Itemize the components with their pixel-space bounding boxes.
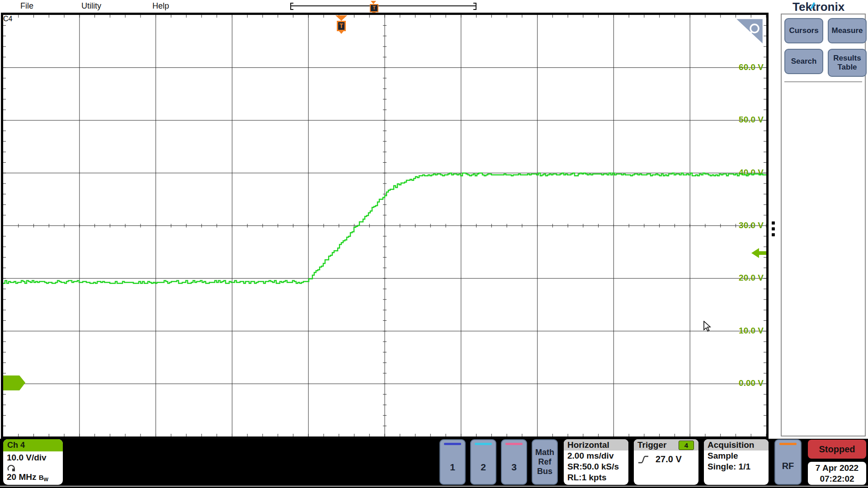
acquisition-status-badge: Stopped [808, 440, 866, 459]
horizontal-value-line: 2.00 ms/div [564, 450, 628, 461]
channel-4-badge-shape [3, 375, 25, 390]
math-ref-bus-label-line: Ref [538, 457, 551, 467]
zoom-triangle [735, 19, 763, 45]
bottom-divider [0, 486, 868, 487]
trigger-tip-icon [339, 31, 344, 34]
rf-button[interactable]: RF [774, 439, 802, 485]
time-value: 07:22:02 [820, 474, 854, 484]
math-ref-bus-label-line: Bus [537, 467, 552, 476]
current-probe-icon [7, 464, 16, 472]
panel-drag-handle-dot[interactable] [772, 221, 775, 225]
channel-3-button[interactable]: 3 [501, 439, 527, 485]
bw-letter: B [39, 474, 44, 481]
trigger-position-marker[interactable]: T [337, 15, 347, 34]
trigger-t-icon: T [337, 21, 346, 31]
trigger-arrow-icon [335, 15, 347, 21]
channel-4-scale: 10.0 V/div [3, 451, 63, 463]
horizontal-body: 2.00 ms/divSR:50.0 kS/sRL:1 kpts [564, 450, 628, 483]
trigger-arrow-icon [371, 1, 376, 4]
channel-color-stripe [475, 443, 492, 445]
acquisition-body: SampleSingle: 1/1 [704, 450, 769, 472]
right-toolbar-panel: Cursors Measure Search Results Table [781, 14, 866, 436]
results-table-button[interactable]: Results Table [828, 49, 867, 77]
horizontal-value-line: RL:1 kpts [564, 472, 628, 483]
trigger-t-icon: T [370, 4, 378, 12]
rising-edge-icon [637, 455, 649, 464]
trigger-level-value: 27.0 V [656, 454, 682, 465]
waveform-display: 60.0 V50.0 V40.0 V30.0 V20.0 V10.0 V0.00… [1, 13, 769, 439]
panel-drag-handle-dot[interactable] [772, 233, 775, 236]
horizontal-settings-panel[interactable]: Horizontal 2.00 ms/divSR:50.0 kS/sRL:1 k… [564, 439, 628, 485]
trigger-source-badge: 4 [679, 441, 694, 450]
channel-color-stripe [505, 443, 523, 445]
rf-accent-stripe [779, 443, 797, 445]
menu-file[interactable]: File [20, 1, 33, 11]
math-ref-bus-button[interactable]: MathRefBus [532, 439, 558, 485]
trigger-title: Trigger [637, 440, 666, 450]
menu-bar: File Utility Help [0, 0, 769, 13]
logo-text2: tronix [812, 0, 844, 14]
panel-drag-handle-dot[interactable] [772, 227, 775, 230]
trigger-body: 27.0 V [634, 450, 698, 465]
datetime-readout: 7 Apr 2022 07:22:02 [808, 462, 866, 485]
acquisition-value-line: Single: 1/1 [704, 461, 769, 472]
acquisition-value-line: Sample [704, 450, 769, 461]
ch4-waveform-trace [3, 15, 766, 436]
channel-button-label: 3 [502, 462, 526, 473]
channel-button-label: 1 [440, 462, 465, 473]
acquisition-header: Acquisition [704, 439, 769, 450]
trigger-settings-panel[interactable]: Trigger 4 27.0 V [634, 439, 698, 485]
channel-4-badge[interactable] [3, 375, 25, 390]
record-bar-right-bracket [473, 3, 476, 10]
mouse-cursor [703, 321, 712, 333]
bw-subscript: W [44, 477, 48, 482]
channel-4-bandwidth: 20 MHz BW [3, 472, 63, 485]
menu-help[interactable]: Help [152, 1, 169, 11]
channel-2-button[interactable]: 2 [470, 439, 496, 485]
date-value: 7 Apr 2022 [816, 463, 859, 474]
math-ref-bus-label-line: Math [535, 448, 554, 457]
menu-utility[interactable]: Utility [81, 1, 101, 11]
channel-1-button[interactable]: 1 [439, 439, 466, 485]
record-position-bar [290, 5, 476, 6]
magnifier-handle-icon [745, 32, 751, 38]
channel-color-stripe [444, 443, 461, 445]
horizontal-value-line: SR:50.0 kS/s [564, 461, 628, 472]
trigger-level-arrow[interactable] [751, 248, 766, 258]
zoom-corner-button[interactable] [733, 18, 765, 47]
bottom-status-bar: Ch 4 10.0 V/div 20 MHz BW 123 MathRefBus… [0, 439, 868, 488]
tektronix-logo: Tektronix [793, 0, 844, 14]
trigger-header: Trigger 4 [634, 439, 698, 450]
horizontal-header: Horizontal [564, 439, 628, 450]
logo-text: Te [793, 0, 805, 14]
acquisition-settings-panel[interactable]: Acquisition SampleSingle: 1/1 [704, 439, 769, 485]
panel-separator [784, 81, 862, 82]
channel-4-header: Ch 4 [3, 439, 63, 451]
cursors-button[interactable]: Cursors [784, 18, 823, 43]
channel-4-settings-panel[interactable]: Ch 4 10.0 V/div 20 MHz BW [3, 439, 63, 485]
search-button[interactable]: Search [784, 49, 823, 74]
record-bar-left-bracket [290, 3, 293, 10]
trigger-level-arrow-icon [751, 248, 766, 258]
bandwidth-value: 20 MHz [7, 472, 36, 482]
measure-button[interactable]: Measure [828, 18, 867, 43]
probe-row [3, 463, 63, 472]
channel-button-label: 2 [471, 462, 495, 473]
rf-label: RF [775, 461, 801, 471]
